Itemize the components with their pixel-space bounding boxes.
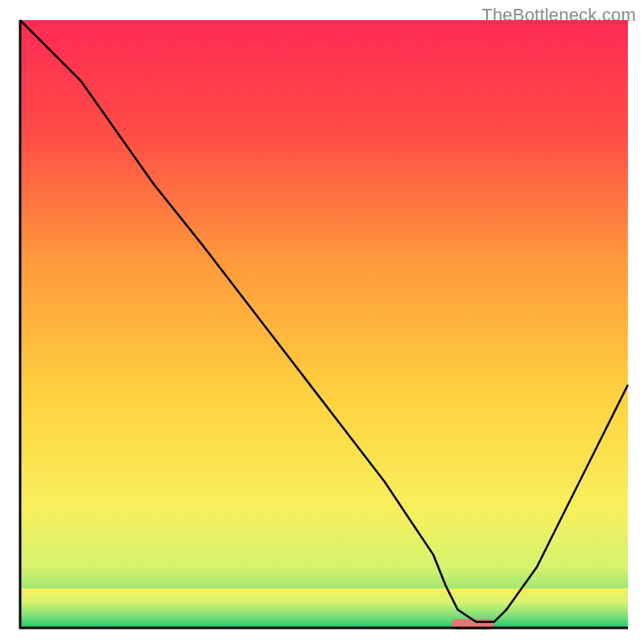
bottleneck-chart bbox=[0, 0, 644, 644]
chart-container: TheBottleneck.com bbox=[0, 0, 644, 644]
plot-gradient-fill bbox=[20, 20, 628, 628]
plot-footer-band bbox=[20, 588, 628, 628]
